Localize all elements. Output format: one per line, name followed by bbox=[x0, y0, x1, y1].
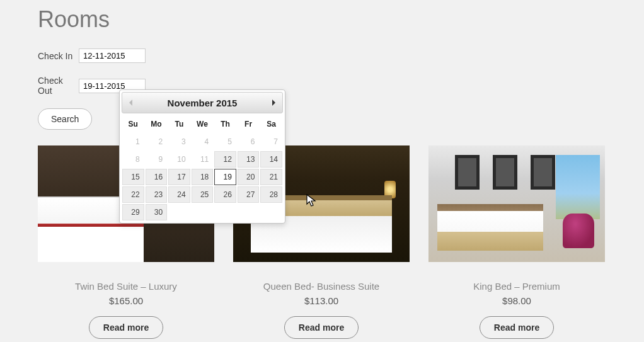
datepicker-day[interactable]: 14 bbox=[260, 151, 282, 168]
datepicker-title: November 2015 bbox=[168, 98, 238, 108]
datepicker-dow: Fr bbox=[237, 115, 260, 133]
datepicker-dow: Mo bbox=[145, 115, 168, 133]
datepicker-day[interactable]: 22 bbox=[122, 186, 144, 203]
datepicker-day[interactable]: 28 bbox=[260, 186, 282, 203]
datepicker-day: 10 bbox=[168, 151, 190, 168]
datepicker-day: 1 bbox=[122, 134, 144, 150]
product-price: $165.00 bbox=[38, 295, 214, 306]
datepicker-day: 7 bbox=[260, 134, 282, 150]
prev-month-icon[interactable] bbox=[125, 96, 137, 109]
datepicker-day[interactable]: 21 bbox=[260, 169, 282, 185]
read-more-button[interactable]: Read more bbox=[89, 316, 163, 339]
product-title[interactable]: Twin Bed Suite – Luxury bbox=[38, 281, 214, 292]
read-more-button[interactable]: Read more bbox=[284, 316, 359, 339]
datepicker-day: 2 bbox=[146, 134, 168, 150]
datepicker-day: 4 bbox=[192, 134, 214, 150]
product-image[interactable] bbox=[428, 145, 605, 262]
datepicker-day[interactable]: 19 bbox=[214, 169, 236, 185]
datepicker-day[interactable]: 18 bbox=[192, 169, 214, 185]
datepicker-day[interactable]: 24 bbox=[168, 186, 190, 203]
page-title: Rooms bbox=[38, 0, 606, 33]
datepicker-day[interactable]: 26 bbox=[214, 186, 236, 203]
datepicker-day: 9 bbox=[146, 151, 168, 168]
checkin-label: Check In bbox=[38, 51, 79, 61]
datepicker-day: 11 bbox=[192, 151, 214, 168]
search-button[interactable]: Search bbox=[38, 108, 92, 130]
datepicker-day: 8 bbox=[122, 151, 144, 168]
datepicker-day[interactable]: 20 bbox=[238, 169, 260, 185]
datepicker-day[interactable]: 13 bbox=[238, 151, 260, 168]
datepicker-day[interactable]: 12 bbox=[214, 151, 236, 168]
datepicker-dow: We bbox=[191, 115, 214, 133]
datepicker-day: 6 bbox=[238, 134, 260, 150]
datepicker-dow: Th bbox=[214, 115, 237, 133]
datepicker: November 2015 SuMoTuWeThFrSa 12345678910… bbox=[119, 89, 285, 224]
product-title[interactable]: Queen Bed- Business Suite bbox=[233, 281, 410, 292]
datepicker-day[interactable]: 30 bbox=[146, 204, 168, 220]
checkin-row: Check In bbox=[38, 48, 606, 63]
datepicker-day[interactable]: 27 bbox=[238, 186, 260, 203]
datepicker-dow: Su bbox=[122, 115, 145, 133]
product-card: King Bed – Premium $98.00 Read more bbox=[428, 145, 605, 339]
datepicker-table: SuMoTuWeThFrSa 1234567891011121314151617… bbox=[122, 115, 283, 221]
datepicker-dow: Tu bbox=[168, 115, 191, 133]
datepicker-day: 3 bbox=[168, 134, 190, 150]
datepicker-dow: Sa bbox=[260, 115, 283, 133]
checkout-label: Check Out bbox=[38, 76, 79, 96]
datepicker-header: November 2015 bbox=[122, 92, 283, 113]
read-more-button[interactable]: Read more bbox=[480, 316, 554, 339]
datepicker-day[interactable]: 17 bbox=[168, 169, 190, 185]
datepicker-day[interactable]: 25 bbox=[192, 186, 214, 203]
product-price: $113.00 bbox=[233, 295, 410, 306]
datepicker-day[interactable]: 16 bbox=[146, 169, 168, 185]
datepicker-day: 5 bbox=[214, 134, 236, 150]
datepicker-day[interactable]: 23 bbox=[146, 186, 168, 203]
next-month-icon[interactable] bbox=[267, 96, 280, 109]
datepicker-day[interactable]: 29 bbox=[122, 204, 144, 220]
product-price: $98.00 bbox=[428, 295, 605, 306]
checkin-input[interactable] bbox=[79, 48, 146, 63]
product-title[interactable]: King Bed – Premium bbox=[428, 281, 605, 292]
datepicker-day[interactable]: 15 bbox=[122, 169, 144, 185]
